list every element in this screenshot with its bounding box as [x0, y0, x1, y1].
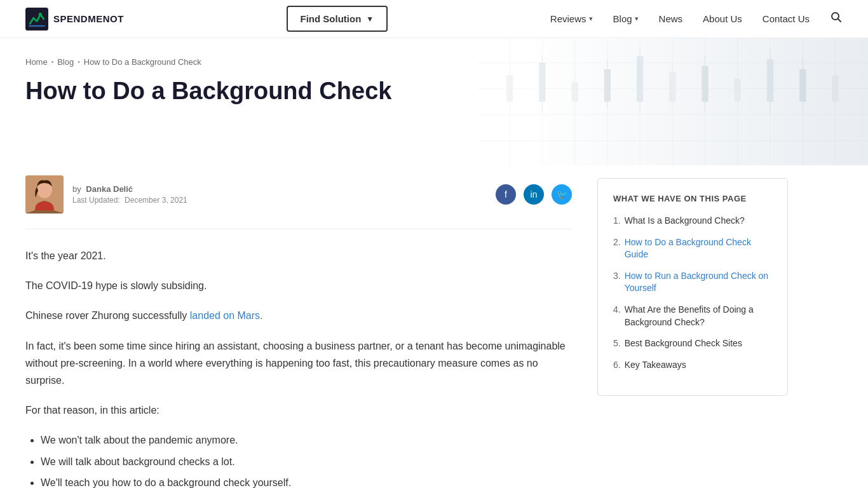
breadcrumb-home[interactable]: Home	[25, 57, 48, 67]
toc-text-1: What Is a Background Check?	[625, 215, 745, 227]
search-icon[interactable]	[830, 11, 843, 27]
breadcrumb-sep-1: •	[51, 58, 54, 65]
blog-chevron-icon: ▾	[635, 15, 639, 23]
nav-label-about: About Us	[703, 13, 742, 24]
author-prefix: by Danka Delić	[72, 184, 187, 194]
toc-item-4: 4. What Are the Benefits of Doing a Back…	[613, 304, 772, 329]
article-list: We won't talk about the pandemic anymore…	[25, 431, 572, 488]
site-header: SPENDMENOT Find Solution ▼ Reviews ▾ Blo…	[0, 0, 868, 38]
toc-item-6: 6. Key Takeaways	[613, 359, 772, 372]
nav-item-blog[interactable]: Blog ▾	[613, 13, 639, 24]
toc-link-6[interactable]: 6. Key Takeaways	[613, 359, 772, 372]
toc-num-4: 4.	[613, 304, 621, 329]
mars-link[interactable]: landed on Mars.	[190, 310, 263, 321]
paragraph-4: In fact, it's been some time since hirin…	[25, 337, 572, 390]
nav-item-contact[interactable]: Contact Us	[763, 13, 810, 24]
hero-section: Home • Blog • How to Do a Background Che…	[0, 38, 868, 165]
author-info: by Danka Delić Last Updated: December 3,…	[72, 184, 187, 205]
author-name: Danka Delić	[86, 184, 133, 194]
article-content: It's the year 2021. The COVID-19 hype is…	[25, 247, 572, 488]
toc-link-5[interactable]: 5. Best Background Check Sites	[613, 337, 772, 350]
svg-point-1	[39, 13, 42, 16]
social-icons: f in 🐦	[496, 184, 572, 205]
toc-link-2[interactable]: 2. How to Do a Background Check Guide	[613, 236, 772, 261]
breadcrumb-blog[interactable]: Blog	[57, 57, 74, 67]
paragraph-2: The COVID-19 hype is slowly subsiding.	[25, 277, 572, 294]
linkedin-icon: in	[531, 189, 538, 200]
paragraph-3: Chinese rover Zhurong successfully lande…	[25, 307, 572, 324]
list-item-3: We'll teach you how to do a background c…	[41, 474, 572, 488]
toc-item-3: 3. How to Run a Background Check on Your…	[613, 270, 772, 295]
breadcrumb-sep-2: •	[78, 58, 80, 65]
toc-text-2: How to Do a Background Check Guide	[625, 236, 772, 261]
toc-list: 1. What Is a Background Check? 2. How to…	[613, 215, 772, 371]
toc-text-5: Best Background Check Sites	[625, 337, 742, 350]
toc-link-4[interactable]: 4. What Are the Benefits of Doing a Back…	[613, 304, 772, 329]
logo-icon	[25, 8, 48, 30]
paragraph-5: For that reason, in this article:	[25, 402, 572, 419]
svg-rect-0	[25, 8, 48, 30]
share-twitter-button[interactable]: 🐦	[552, 184, 572, 205]
nav-item-reviews[interactable]: Reviews ▾	[550, 13, 593, 24]
toc-num-6: 6.	[613, 359, 621, 372]
article-area: by Danka Delić Last Updated: December 3,…	[25, 165, 572, 488]
logo-text: SPENDMENOT	[53, 13, 124, 24]
nav-label-blog: Blog	[613, 13, 632, 24]
toc-title: WHAT WE HAVE ON THIS PAGE	[613, 194, 772, 203]
list-item-2: We will talk about background checks a l…	[41, 453, 572, 470]
author-row: by Danka Delić Last Updated: December 3,…	[25, 165, 572, 229]
toc-text-6: Key Takeaways	[625, 359, 686, 372]
toc-link-1[interactable]: 1. What Is a Background Check?	[613, 215, 772, 227]
reviews-chevron-icon: ▾	[589, 15, 593, 23]
main-nav: Reviews ▾ Blog ▾ News About Us Contact U…	[550, 11, 843, 27]
nav-item-about[interactable]: About Us	[703, 13, 742, 24]
author-avatar	[25, 175, 64, 214]
toc-num-5: 5.	[613, 337, 621, 350]
find-solution-button[interactable]: Find Solution ▼	[287, 6, 388, 32]
share-linkedin-button[interactable]: in	[524, 184, 544, 205]
facebook-icon: f	[505, 189, 507, 200]
toc-item-2: 2. How to Do a Background Check Guide	[613, 236, 772, 261]
main-layout: by Danka Delić Last Updated: December 3,…	[0, 165, 868, 488]
nav-label-reviews: Reviews	[550, 13, 587, 24]
nav-label-contact: Contact Us	[763, 13, 810, 24]
toc-text-3: How to Run a Background Check on Yoursel…	[625, 270, 772, 295]
author-left: by Danka Delić Last Updated: December 3,…	[25, 175, 187, 214]
breadcrumb-current: How to Do a Background Check	[84, 57, 201, 67]
breadcrumb: Home • Blog • How to Do a Background Che…	[25, 57, 843, 67]
nav-item-news[interactable]: News	[659, 13, 683, 24]
list-item-1: We won't talk about the pandemic anymore…	[41, 431, 572, 449]
toc-item-1: 1. What Is a Background Check?	[613, 215, 772, 227]
toc-num-2: 2.	[613, 236, 621, 261]
paragraph-1: It's the year 2021.	[25, 247, 572, 264]
toc-item-5: 5. Best Background Check Sites	[613, 337, 772, 350]
share-facebook-button[interactable]: f	[496, 184, 516, 205]
toc-num-1: 1.	[613, 215, 621, 227]
author-date: Last Updated: December 3, 2021	[72, 196, 187, 205]
toc-link-3[interactable]: 3. How to Run a Background Check on Your…	[613, 270, 772, 295]
twitter-icon: 🐦	[557, 189, 567, 200]
toc-text-4: What Are the Benefits of Doing a Backgro…	[625, 304, 772, 329]
logo[interactable]: SPENDMENOT	[25, 8, 124, 30]
page-title: How to Do a Background Check	[25, 77, 470, 106]
find-solution-chevron-icon: ▼	[366, 15, 374, 24]
toc-num-3: 3.	[613, 270, 621, 295]
find-solution-label: Find Solution	[301, 13, 362, 24]
nav-label-news: News	[659, 13, 683, 24]
toc-sidebar: WHAT WE HAVE ON THIS PAGE 1. What Is a B…	[597, 165, 788, 488]
toc-box: WHAT WE HAVE ON THIS PAGE 1. What Is a B…	[597, 178, 788, 396]
